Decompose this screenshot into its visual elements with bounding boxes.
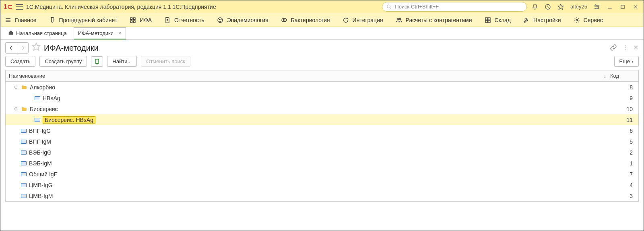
titlebar: 1⊂ 1С:Медицина. Клиническая лаборатория,… xyxy=(0,0,644,13)
nav-item-bacteriology[interactable]: Бактериология xyxy=(281,16,330,24)
settings-icon[interactable] xyxy=(592,2,602,12)
table-row[interactable]: ·ВПГ-IgM5 xyxy=(6,136,638,147)
row-code: 3 xyxy=(610,193,638,199)
table-row[interactable]: ·ЦМВ-IgG4 xyxy=(6,179,638,190)
item-icon xyxy=(21,151,27,155)
gear-icon xyxy=(573,16,580,24)
page-header: ИФА-методики xyxy=(0,40,644,56)
svg-point-27 xyxy=(221,19,221,20)
cycle-icon xyxy=(342,16,349,24)
folder-icon xyxy=(21,85,27,90)
link-icon[interactable] xyxy=(610,44,617,52)
column-header-name[interactable]: Наименование xyxy=(6,73,600,79)
refresh-button[interactable] xyxy=(91,56,103,67)
table-header: Наименование ↓ Код xyxy=(6,70,638,82)
nav-label: Склад xyxy=(495,17,511,23)
sort-indicator-icon[interactable]: ↓ xyxy=(600,73,610,79)
nav-item-main[interactable]: Главное xyxy=(4,16,37,24)
row-code: 9 xyxy=(610,95,638,101)
table-row[interactable]: ·Общий IgE7 xyxy=(6,169,638,179)
tab-label: ИФА-методики xyxy=(78,30,114,36)
table-row[interactable]: ·ЦМВ-IgM3 xyxy=(6,190,638,201)
forward-button[interactable] xyxy=(17,43,28,53)
grid-icon xyxy=(129,16,136,24)
nav-item-integration[interactable]: Интеграция xyxy=(342,16,383,24)
table-row[interactable]: ·Биосервис. HBsAg11 xyxy=(6,114,638,125)
table-row[interactable]: ·ВЭБ-IgM1 xyxy=(6,158,638,169)
home-icon xyxy=(8,30,14,37)
svg-rect-20 xyxy=(134,18,136,20)
nav-item-reports[interactable]: Отчетность xyxy=(164,16,204,24)
nav-item-procedural[interactable]: Процедурный кабинет xyxy=(49,16,118,24)
table-row[interactable]: ⊖Биосервис10 xyxy=(6,103,638,114)
svg-point-31 xyxy=(399,18,400,20)
nav-label: Интеграция xyxy=(353,17,383,23)
item-icon xyxy=(21,183,27,187)
favorite-star-icon[interactable] xyxy=(32,42,41,54)
row-code: 11 xyxy=(610,117,638,123)
bell-icon[interactable] xyxy=(530,2,540,12)
more-button[interactable]: Еще xyxy=(614,56,639,67)
nav-label: Бактериология xyxy=(291,17,330,23)
nav-label: Эпидемиология xyxy=(227,17,268,23)
row-name: HBsAg xyxy=(43,95,60,101)
row-name: ВЭБ-IgM xyxy=(29,160,52,167)
svg-point-39 xyxy=(625,47,625,48)
tab-close-icon[interactable]: × xyxy=(118,30,122,36)
nav-item-service[interactable]: Сервис xyxy=(573,16,603,24)
table-body: ⊖Алкорбио8·HBsAg9⊖Биосервис10·Биосервис.… xyxy=(6,82,638,201)
row-code: 5 xyxy=(610,138,638,145)
row-name: ЦМВ-IgG xyxy=(29,182,53,188)
close-button[interactable] xyxy=(631,2,640,12)
nav-item-ifa[interactable]: ИФА xyxy=(129,16,152,24)
row-name: ЦМВ-IgM xyxy=(29,193,53,199)
svg-line-1 xyxy=(390,7,391,8)
history-icon[interactable] xyxy=(543,2,553,12)
svg-rect-19 xyxy=(130,18,132,20)
tab-home[interactable]: Начальная страница xyxy=(4,27,71,39)
nav-label: Расчеты с контрагентами xyxy=(406,17,472,23)
page-title: ИФА-методики xyxy=(44,43,99,53)
minimize-button[interactable] xyxy=(605,2,615,12)
folder-icon xyxy=(21,106,27,112)
create-button[interactable]: Создать xyxy=(5,56,35,67)
svg-rect-22 xyxy=(134,21,136,23)
table-row[interactable]: ·ВПГ-IgG6 xyxy=(6,125,638,136)
row-code: 4 xyxy=(610,182,638,188)
table-row[interactable]: ·ВЭБ-IgG2 xyxy=(6,147,638,158)
main-menu-button[interactable] xyxy=(16,4,23,10)
svg-rect-33 xyxy=(488,18,490,20)
tab-label: Начальная страница xyxy=(16,30,67,36)
cancel-search-button: Отменить поиск xyxy=(141,56,190,67)
search-input[interactable] xyxy=(394,3,522,10)
svg-rect-11 xyxy=(621,5,624,8)
table-row[interactable]: ·HBsAg9 xyxy=(6,93,638,103)
nav-item-stock[interactable]: Склад xyxy=(484,16,511,24)
item-icon xyxy=(21,172,27,176)
nav-item-settlements[interactable]: Расчеты с контрагентами xyxy=(395,16,472,24)
back-button[interactable] xyxy=(6,43,17,53)
column-header-code[interactable]: Код xyxy=(610,73,638,79)
nav-item-epidem[interactable]: Эпидемиология xyxy=(217,16,268,24)
page-close-icon[interactable] xyxy=(633,45,639,52)
global-search[interactable] xyxy=(382,2,527,12)
expander-icon[interactable]: ⊖ xyxy=(13,85,19,90)
boxes-icon xyxy=(484,16,491,24)
create-group-button[interactable]: Создать группу xyxy=(39,56,87,67)
expander-icon[interactable]: ⊖ xyxy=(13,106,19,111)
nav-history-buttons xyxy=(5,42,29,54)
row-name: Алкорбио xyxy=(30,84,55,91)
svg-point-7 xyxy=(595,4,596,6)
nav-item-settings[interactable]: Настройки xyxy=(523,16,561,24)
svg-rect-32 xyxy=(485,18,487,20)
find-button[interactable]: Найти... xyxy=(107,56,137,67)
more-vertical-icon[interactable] xyxy=(622,44,628,52)
maximize-button[interactable] xyxy=(618,2,627,12)
star-icon[interactable] xyxy=(556,2,566,12)
tab-ifa-methods[interactable]: ИФА-методики × xyxy=(74,27,126,39)
doc-icon xyxy=(164,16,171,24)
table-row[interactable]: ⊖Алкорбио8 xyxy=(6,82,638,93)
svg-point-40 xyxy=(625,49,625,50)
data-table: Наименование ↓ Код ⊖Алкорбио8·HBsAg9⊖Био… xyxy=(5,70,639,202)
user-name[interactable]: altey25 xyxy=(570,4,587,10)
